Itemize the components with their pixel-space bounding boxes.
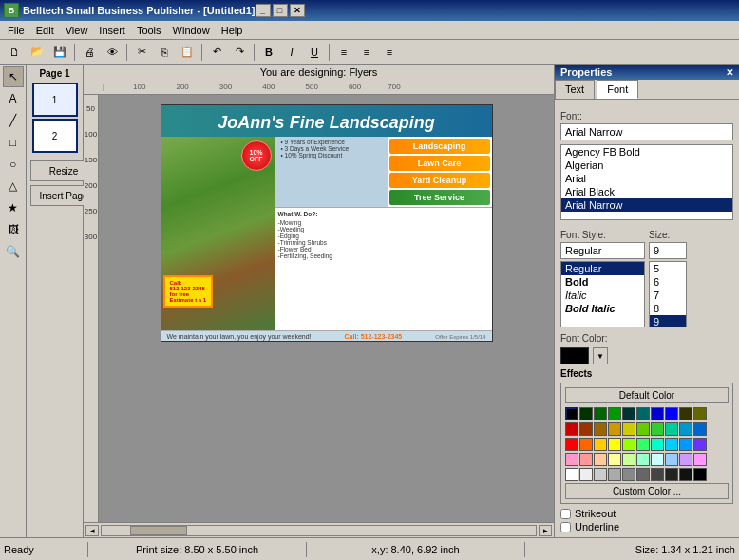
color-cell[interactable] bbox=[665, 438, 678, 451]
color-cell[interactable] bbox=[608, 438, 621, 451]
menu-tools[interactable]: Tools bbox=[131, 23, 167, 38]
size-input[interactable] bbox=[649, 242, 687, 259]
style-regular[interactable]: Regular bbox=[561, 262, 644, 275]
color-cell[interactable] bbox=[594, 422, 607, 436]
color-cell[interactable] bbox=[679, 438, 692, 451]
default-color-button[interactable]: Default Color bbox=[565, 387, 729, 403]
color-cell[interactable] bbox=[693, 407, 707, 420]
font-item-arial-narrow[interactable]: Arial Narrow bbox=[561, 198, 732, 212]
color-cell[interactable] bbox=[665, 407, 678, 420]
font-input[interactable] bbox=[560, 123, 733, 140]
color-cell[interactable] bbox=[651, 407, 664, 420]
rect-tool[interactable]: □ bbox=[3, 132, 24, 153]
color-cell[interactable] bbox=[622, 468, 635, 481]
open-button[interactable]: 📂 bbox=[27, 43, 47, 62]
triangle-tool[interactable]: △ bbox=[3, 176, 24, 196]
color-cell[interactable] bbox=[636, 453, 650, 466]
color-cell[interactable] bbox=[651, 468, 664, 481]
style-bold-italic[interactable]: Bold Italic bbox=[561, 302, 644, 315]
text-tool[interactable]: A bbox=[3, 88, 24, 109]
style-italic[interactable]: Italic bbox=[561, 289, 644, 302]
size-9[interactable]: 9 bbox=[650, 315, 686, 327]
color-cell[interactable] bbox=[665, 453, 678, 466]
color-cell[interactable] bbox=[693, 438, 707, 451]
underline-button[interactable]: U bbox=[304, 43, 325, 62]
color-cell[interactable] bbox=[622, 438, 635, 451]
color-cell[interactable] bbox=[565, 407, 578, 420]
color-cell[interactable] bbox=[636, 468, 650, 481]
color-cell[interactable] bbox=[636, 422, 650, 436]
color-cell[interactable] bbox=[565, 422, 578, 436]
align-left-button[interactable]: ≡ bbox=[333, 43, 354, 62]
scroll-thumb-h[interactable] bbox=[130, 526, 187, 535]
italic-button[interactable]: I bbox=[281, 43, 302, 62]
zoom-tool[interactable]: 🔍 bbox=[3, 241, 24, 262]
font-item-arial[interactable]: Arial bbox=[561, 172, 732, 185]
ellipse-tool[interactable]: ○ bbox=[3, 154, 24, 175]
color-cell[interactable] bbox=[622, 422, 635, 436]
color-cell[interactable] bbox=[693, 468, 707, 481]
color-cell[interactable] bbox=[608, 407, 621, 420]
copy-button[interactable]: ⎘ bbox=[154, 43, 175, 62]
undo-button[interactable]: ↶ bbox=[206, 43, 227, 62]
size-5[interactable]: 5 bbox=[650, 262, 686, 275]
underline-checkbox[interactable] bbox=[560, 522, 571, 532]
scroll-track-h[interactable] bbox=[101, 525, 537, 536]
color-cell[interactable] bbox=[579, 422, 593, 436]
style-input[interactable] bbox=[560, 242, 645, 259]
size-8[interactable]: 8 bbox=[650, 302, 686, 315]
font-item-arial-black[interactable]: Arial Black bbox=[561, 185, 732, 198]
color-cell[interactable] bbox=[651, 438, 664, 451]
color-cell[interactable] bbox=[693, 453, 707, 466]
font-item-agency[interactable]: Agency FB Bold bbox=[561, 145, 732, 159]
menu-view[interactable]: View bbox=[60, 23, 94, 38]
save-button[interactable]: 💾 bbox=[49, 43, 70, 62]
menu-file[interactable]: File bbox=[2, 23, 30, 38]
color-cell[interactable] bbox=[665, 468, 678, 481]
color-cell[interactable] bbox=[579, 453, 593, 466]
color-cell[interactable] bbox=[636, 407, 650, 420]
new-button[interactable]: 🗋 bbox=[4, 43, 25, 62]
font-list[interactable]: Agency FB Bold Algerian Arial Arial Blac… bbox=[560, 144, 733, 220]
color-cell[interactable] bbox=[608, 453, 621, 466]
menu-edit[interactable]: Edit bbox=[30, 23, 60, 38]
titlebar-controls[interactable]: _ □ ✕ bbox=[256, 4, 305, 17]
color-cell[interactable] bbox=[622, 407, 635, 420]
bold-button[interactable]: B bbox=[258, 43, 279, 62]
page-thumb-2[interactable]: 2 bbox=[32, 119, 78, 153]
color-cell[interactable] bbox=[651, 453, 664, 466]
color-cell[interactable] bbox=[579, 438, 593, 451]
star-tool[interactable]: ★ bbox=[3, 197, 24, 218]
color-cell[interactable] bbox=[579, 407, 593, 420]
menu-window[interactable]: Window bbox=[167, 23, 216, 38]
menu-help[interactable]: Help bbox=[216, 23, 249, 38]
style-list[interactable]: Regular Bold Italic Bold Italic bbox=[560, 261, 645, 327]
select-tool[interactable]: ↖ bbox=[3, 66, 24, 87]
tab-font[interactable]: Font bbox=[597, 80, 638, 99]
maximize-button[interactable]: □ bbox=[273, 4, 288, 17]
line-tool[interactable]: ╱ bbox=[3, 110, 24, 131]
redo-button[interactable]: ↷ bbox=[229, 43, 250, 62]
preview-button[interactable]: 👁 bbox=[102, 43, 123, 62]
color-swatch[interactable] bbox=[560, 347, 589, 364]
color-cell[interactable] bbox=[679, 422, 692, 436]
h-scrollbar[interactable]: ◂ ▸ bbox=[84, 522, 554, 537]
cut-button[interactable]: ✂ bbox=[131, 43, 152, 62]
image-tool[interactable]: 🖼 bbox=[3, 219, 24, 240]
color-cell[interactable] bbox=[565, 438, 578, 451]
color-cell[interactable] bbox=[594, 453, 607, 466]
scroll-right-btn[interactable]: ▸ bbox=[539, 525, 552, 536]
color-cell[interactable] bbox=[579, 468, 593, 481]
color-cell[interactable] bbox=[636, 438, 650, 451]
font-item-algerian[interactable]: Algerian bbox=[561, 159, 732, 172]
color-cell[interactable] bbox=[565, 453, 578, 466]
paste-button[interactable]: 📋 bbox=[177, 43, 198, 62]
size-list[interactable]: 5 6 7 8 9 bbox=[649, 261, 687, 327]
custom-color-button[interactable]: Custom Color ... bbox=[565, 483, 729, 499]
color-cell[interactable] bbox=[679, 407, 692, 420]
page-thumb-1[interactable]: 1 bbox=[32, 83, 78, 117]
color-cell[interactable] bbox=[594, 407, 607, 420]
color-cell[interactable] bbox=[679, 453, 692, 466]
color-dropdown-button[interactable]: ▼ bbox=[593, 347, 608, 364]
minimize-button[interactable]: _ bbox=[256, 4, 271, 17]
